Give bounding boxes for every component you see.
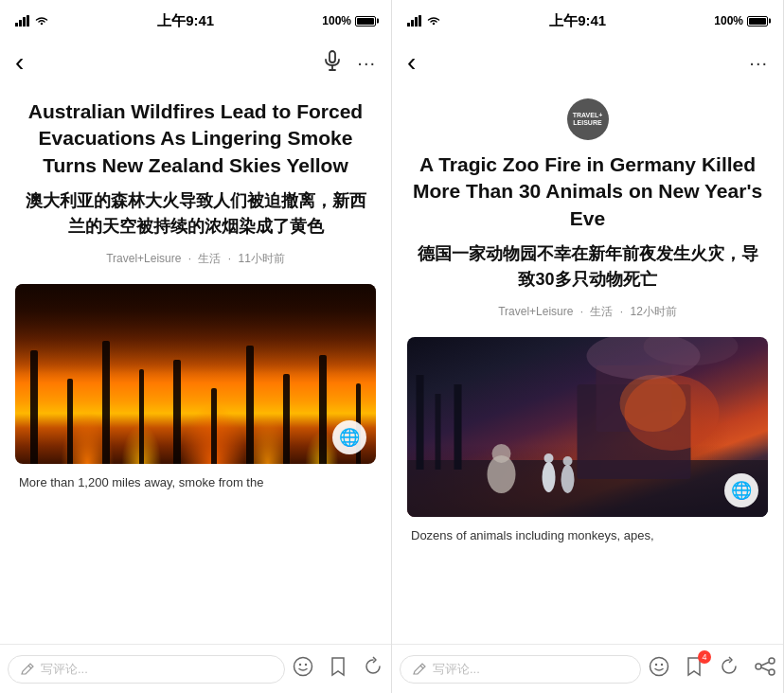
bottom-toolbar-right: 写评论... 4 [392, 644, 783, 693]
svg-point-27 [561, 465, 575, 493]
svg-point-36 [756, 664, 761, 669]
status-bar-right: 上午9:41 100% [392, 0, 783, 42]
svg-point-30 [492, 444, 511, 463]
svg-point-33 [655, 664, 657, 666]
battery-icon-left [355, 16, 376, 27]
article-title-en-right: A Tragic Zoo Fire in Germany Killed More… [411, 151, 764, 232]
article-image-left: 🌐 [15, 284, 376, 464]
svg-line-38 [761, 663, 769, 666]
svg-point-35 [769, 658, 775, 664]
refresh-button-right[interactable] [719, 656, 739, 682]
status-time-left: 上午9:41 [157, 12, 214, 30]
svg-rect-1 [19, 20, 22, 27]
battery-percent-left: 100% [322, 14, 351, 27]
svg-point-19 [620, 375, 686, 432]
article-snippet-right: Dozens of animals including monkeys, ape… [392, 517, 783, 551]
left-panel: 上午9:41 100% ‹ ··· Australian Wildf [0, 0, 392, 693]
svg-point-37 [769, 669, 775, 675]
svg-rect-14 [419, 15, 421, 27]
fire-photo [15, 284, 376, 464]
status-right-right: 100% [714, 14, 768, 27]
svg-line-7 [28, 666, 31, 668]
status-right-left: 100% [322, 14, 376, 27]
svg-rect-21 [436, 394, 441, 470]
article-snippet-left: More than 1,200 miles away, smoke from t… [0, 464, 391, 498]
emoji-button-left[interactable] [293, 656, 313, 682]
toolbar-actions-left [293, 656, 383, 682]
article-meta-right: Travel+Leisure · 生活 · 12小时前 [411, 304, 764, 320]
emoji-button-right[interactable] [649, 656, 669, 682]
bookmark-button-right[interactable]: 4 [685, 656, 704, 682]
signal-icon-right [407, 15, 422, 27]
comment-placeholder-left: 写评论... [41, 661, 88, 678]
wifi-icon [34, 15, 49, 27]
svg-point-28 [563, 456, 573, 466]
svg-rect-12 [411, 20, 414, 27]
article-category-right: 生活 [590, 305, 613, 318]
comment-input-right[interactable]: 写评论... [400, 655, 641, 684]
comment-input-left[interactable]: 写评论... [8, 655, 285, 684]
svg-point-25 [543, 462, 556, 492]
article-time-left: 11小时前 [238, 252, 284, 265]
globe-badge-right[interactable]: 🌐 [724, 473, 758, 507]
article-title-en-left: Australian Wildfires Lead to Forced Evac… [19, 98, 372, 179]
tree-silhouettes [15, 331, 376, 464]
globe-badge-left[interactable]: 🌐 [332, 420, 366, 454]
article-category-left: 生活 [198, 252, 221, 265]
article-header-right: TRAVEL+ LEISURE A Tragic Zoo Fire in Ger… [392, 83, 783, 337]
status-bar-left: 上午9:41 100% [0, 0, 391, 42]
back-button-left[interactable]: ‹ [15, 49, 24, 76]
nav-bar-right: ‹ ··· [392, 42, 783, 83]
svg-point-34 [661, 664, 663, 666]
status-left-right [407, 15, 441, 27]
status-left [15, 15, 49, 27]
svg-rect-4 [330, 51, 335, 62]
svg-point-26 [544, 453, 554, 463]
svg-line-39 [761, 667, 769, 671]
article-content-left: Australian Wildfires Lead to Forced Evac… [0, 83, 391, 644]
svg-rect-2 [23, 17, 26, 27]
more-button-left[interactable]: ··· [357, 52, 376, 74]
svg-rect-13 [415, 17, 418, 27]
svg-point-9 [299, 664, 301, 666]
signal-icon [15, 15, 30, 27]
svg-point-8 [294, 658, 312, 676]
edit-icon [20, 662, 35, 677]
svg-rect-11 [407, 23, 410, 27]
article-title-zh-left: 澳大利亚的森林大火导致人们被迫撤离，新西兰的天空被持续的浓烟染成了黄色 [19, 188, 372, 240]
status-time-right: 上午9:41 [549, 12, 606, 30]
article-header-left: Australian Wildfires Lead to Forced Evac… [0, 83, 391, 284]
publication-logo: TRAVEL+ LEISURE [567, 98, 609, 140]
back-button-right[interactable]: ‹ [407, 49, 416, 76]
battery-percent-right: 100% [714, 14, 743, 27]
svg-rect-0 [15, 23, 18, 27]
article-content-right: TRAVEL+ LEISURE A Tragic Zoo Fire in Ger… [392, 83, 783, 644]
nav-bar-left: ‹ ··· [0, 42, 391, 83]
article-time-right: 12小时前 [630, 305, 676, 318]
bottom-toolbar-left: 写评论... [0, 644, 391, 693]
edit-icon-right [412, 662, 427, 677]
svg-point-32 [650, 658, 668, 676]
article-source-right: Travel+Leisure [498, 305, 573, 318]
bookmark-badge: 4 [698, 650, 711, 664]
share-button-right[interactable] [755, 656, 775, 682]
svg-line-31 [420, 666, 423, 668]
battery-icon-right [747, 16, 768, 27]
svg-rect-20 [417, 375, 424, 470]
zoo-fire-photo [407, 337, 768, 517]
article-source-left: Travel+Leisure [106, 252, 181, 265]
bookmark-button-left[interactable] [329, 656, 347, 682]
wifi-icon-right [426, 15, 441, 27]
toolbar-actions-right: 4 [649, 656, 775, 682]
article-meta-left: Travel+Leisure · 生活 · 11小时前 [19, 251, 372, 267]
more-button-right[interactable]: ··· [749, 52, 768, 74]
zoo-scene-svg [407, 337, 768, 517]
article-image-right: 🌐 [407, 337, 768, 517]
mic-button[interactable] [323, 50, 342, 76]
refresh-button-left[interactable] [363, 656, 383, 682]
svg-point-10 [305, 664, 307, 666]
right-panel: 上午9:41 100% ‹ ··· TRAVEL+ LEISURE A Trag… [392, 0, 784, 693]
comment-placeholder-right: 写评论... [433, 661, 480, 678]
svg-rect-3 [27, 15, 29, 27]
article-title-zh-right: 德国一家动物园不幸在新年前夜发生火灾，导致30多只动物死亡 [411, 241, 764, 293]
